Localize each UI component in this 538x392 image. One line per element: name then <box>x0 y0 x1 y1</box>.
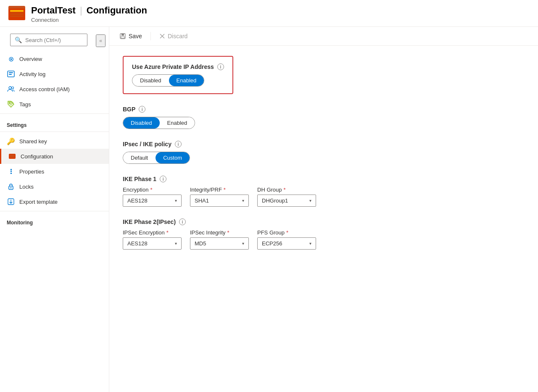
ipsec-integrity-field: IPSec Integrity * MD5 ▾ <box>190 229 249 250</box>
private-ip-info-icon[interactable]: i <box>217 63 224 70</box>
sidebar-item-activity-log[interactable]: Activity log <box>0 66 109 82</box>
ipsec-custom-btn[interactable]: Custom <box>156 152 190 163</box>
integrity-label: Integrity/PRF * <box>190 187 249 193</box>
dh-group-value: DHGroup1 <box>262 197 288 204</box>
config-body: Use Azure Private IP Address i Disabled … <box>109 46 538 271</box>
sidebar-item-access-control[interactable]: Access control (IAM) <box>0 82 109 97</box>
bgp-label: BGP i <box>123 106 525 113</box>
ipsec-policy-info-icon[interactable]: i <box>175 141 182 147</box>
sidebar-item-label: Properties <box>19 168 44 175</box>
svg-rect-8 <box>9 74 12 75</box>
ipsec-integrity-dropdown[interactable]: MD5 ▾ <box>190 237 249 250</box>
discard-button[interactable]: Discard <box>159 31 187 41</box>
ike-phase1-section: IKE Phase 1 i Encryption * AES128 ▾ <box>123 176 525 207</box>
svg-rect-22 <box>121 34 124 36</box>
ipsec-default-btn[interactable]: Default <box>123 152 156 163</box>
chevron-down-icon: ▾ <box>309 198 311 203</box>
search-box[interactable]: 🔍 <box>10 34 87 46</box>
sidebar-divider <box>0 113 109 114</box>
ipsec-encryption-value: AES128 <box>127 240 148 247</box>
integrity-dropdown[interactable]: SHA1 ▾ <box>190 195 249 207</box>
encryption-field: Encryption * AES128 ▾ <box>123 187 182 207</box>
required-star: * <box>286 229 288 236</box>
resource-type: Connection <box>31 17 147 23</box>
search-icon: 🔍 <box>15 37 22 43</box>
discard-label: Discard <box>168 33 187 39</box>
sidebar-item-label: Activity log <box>19 71 45 77</box>
bgp-enabled-btn[interactable]: Enabled <box>160 117 195 129</box>
required-star: * <box>227 229 229 236</box>
resource-icon <box>8 6 25 23</box>
bgp-disabled-btn[interactable]: Disabled <box>123 117 160 129</box>
encryption-dropdown[interactable]: AES128 ▾ <box>123 195 182 207</box>
svg-rect-15 <box>10 155 15 156</box>
ipsec-encryption-dropdown[interactable]: AES128 ▾ <box>123 237 182 250</box>
ike-phase2-info-icon[interactable]: i <box>179 218 186 225</box>
chevron-down-icon: ▾ <box>175 241 177 246</box>
sidebar-item-configuration[interactable]: Configuration <box>0 149 109 164</box>
ipsec-integrity-label: IPSec Integrity * <box>190 229 249 236</box>
sidebar-item-shared-key[interactable]: 🔑 Shared key <box>0 134 109 149</box>
svg-point-9 <box>9 87 11 89</box>
svg-rect-23 <box>121 37 124 38</box>
encryption-value: AES128 <box>127 197 148 204</box>
export-template-icon <box>7 197 15 206</box>
pfs-group-value: ECP256 <box>262 240 282 247</box>
svg-point-10 <box>12 87 14 89</box>
sidebar-item-export-template[interactable]: Export template <box>0 194 109 209</box>
ike-phase2-section: IKE Phase 2(IPsec) i IPSec Encryption * … <box>123 218 525 250</box>
ike-phase2-label: IKE Phase 2(IPsec) i <box>123 218 525 225</box>
required-star: * <box>166 229 169 236</box>
svg-point-13 <box>9 103 11 104</box>
sidebar-item-properties[interactable]: ⫶ Properties <box>0 164 109 179</box>
sidebar-item-label: Export template <box>19 199 58 205</box>
sidebar-item-overview[interactable]: ⊗ Overview <box>0 51 109 66</box>
sidebar-item-label: Access control (IAM) <box>19 86 70 92</box>
private-ip-enabled-btn[interactable]: Enabled <box>169 75 204 86</box>
chevron-down-icon: ▾ <box>309 241 311 246</box>
sidebar-item-label: Shared key <box>19 138 47 145</box>
sidebar: 🔍 « ⊗ Overview Activity log Access contr… <box>0 27 109 392</box>
dh-group-dropdown[interactable]: DHGroup1 ▾ <box>257 195 316 207</box>
sidebar-item-label: Locks <box>19 184 34 190</box>
main-layout: 🔍 « ⊗ Overview Activity log Access contr… <box>0 27 538 392</box>
ipsec-integrity-value: MD5 <box>195 240 206 247</box>
pfs-group-dropdown[interactable]: ECP256 ▾ <box>257 237 316 250</box>
ike-phase1-fields: Encryption * AES128 ▾ Integrity/PRF * <box>123 187 525 207</box>
save-button[interactable]: Save <box>119 31 142 41</box>
collapse-button[interactable]: « <box>96 34 105 47</box>
sidebar-divider <box>0 211 109 211</box>
ike-phase1-info-icon[interactable]: i <box>160 176 166 182</box>
search-input[interactable] <box>25 37 83 43</box>
page-header: PortalTest | Configuration Connection <box>0 0 538 27</box>
private-ip-section: Use Azure Private IP Address i Disabled … <box>123 56 233 94</box>
activity-log-icon <box>7 70 15 78</box>
ike-phase2-fields: IPSec Encryption * AES128 ▾ IPSec Integr… <box>123 229 525 250</box>
ipsec-policy-section: IPsec / IKE policy i Default Custom <box>123 141 525 164</box>
svg-rect-17 <box>10 158 15 158</box>
discard-icon <box>159 33 165 39</box>
ike-phase1-label: IKE Phase 1 i <box>123 176 525 182</box>
ipsec-policy-label: IPsec / IKE policy i <box>123 141 525 147</box>
svg-rect-3 <box>10 13 24 13</box>
required-star: * <box>224 187 226 193</box>
private-ip-disabled-btn[interactable]: Disabled <box>132 75 169 86</box>
sidebar-item-label: Configuration <box>21 153 53 160</box>
integrity-value: SHA1 <box>195 197 209 204</box>
shared-key-icon: 🔑 <box>7 137 15 145</box>
integrity-field: Integrity/PRF * SHA1 ▾ <box>190 187 249 207</box>
page-name: Configuration <box>87 5 147 16</box>
configuration-icon <box>8 152 16 160</box>
chevron-down-icon: ▾ <box>242 198 244 203</box>
overview-icon: ⊗ <box>7 55 15 63</box>
content-area: Save Discard Use Azure Private IP Addres… <box>109 27 538 392</box>
svg-rect-2 <box>10 10 24 12</box>
sidebar-item-tags[interactable]: Tags <box>0 97 109 112</box>
sidebar-item-locks[interactable]: Locks <box>0 179 109 194</box>
save-icon <box>119 33 126 39</box>
svg-rect-7 <box>9 72 13 73</box>
dh-group-field: DH Group * DHGroup1 ▾ <box>257 187 316 207</box>
bgp-info-icon[interactable]: i <box>139 106 145 113</box>
properties-icon: ⫶ <box>7 167 15 176</box>
settings-section-label: Settings <box>0 117 109 130</box>
